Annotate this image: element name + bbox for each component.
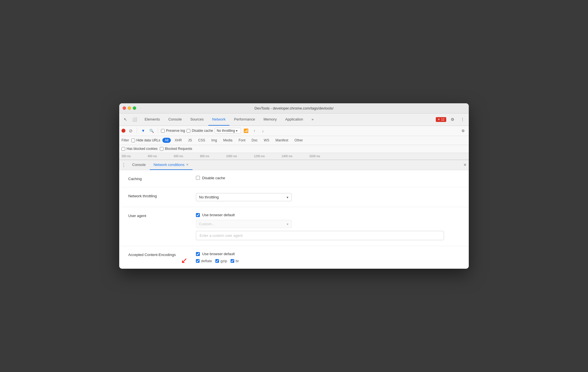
br-label[interactable]: br [231,259,239,263]
upload-icon[interactable]: ↑ [251,127,258,134]
minimize-button[interactable] [128,106,131,110]
disable-cache-label[interactable]: Disable cache [187,129,213,133]
custom-ua-input[interactable] [196,231,444,240]
timeline-marker-4: 800 ms [200,155,209,158]
window-title: DevTools - developer.chrome.com/tags/dev… [255,106,333,110]
use-browser-default-checkbox[interactable] [196,213,200,217]
toolbar-separator-2 [158,128,158,134]
tab-elements[interactable]: Elements [141,113,164,126]
title-bar: DevTools - developer.chrome.com/tags/dev… [119,103,469,113]
filter-tag-other[interactable]: Other [292,138,305,143]
filter-tag-xhr[interactable]: XHR [173,138,184,143]
toolbar-right: ⚙ [460,127,467,134]
disable-cache-text: Disable cache [192,129,213,133]
maximize-button[interactable] [133,106,136,110]
panel-tab-console[interactable]: Console [128,160,150,170]
throttling-select[interactable]: No throttling Fast 3G Slow 3G Offline [215,128,241,134]
disable-cache-checkbox[interactable] [187,129,190,133]
close-button[interactable] [123,106,126,110]
panel-tab-network-conditions[interactable]: Network conditions × [150,160,193,170]
settings-gear-icon[interactable]: ⚙ [460,127,467,134]
custom-ua-dropdown: Custom... [196,220,292,228]
throttling-dropdown[interactable]: No throttling Fast 3G Slow 3G Offline Ad… [196,193,292,201]
filter-tag-ws[interactable]: WS [262,138,271,143]
panel-close-button[interactable]: × [463,162,467,168]
filter-tag-font[interactable]: Font [236,138,247,143]
user-agent-label: User agent [128,213,185,218]
accepted-encodings-control: Use browser default deflate gzip [196,252,460,263]
panel-tab-console-label: Console [132,163,146,167]
panel-drag-handle[interactable]: ⋮ [121,162,126,168]
tab-memory[interactable]: Memory [260,113,281,126]
caching-control: Disable cache [196,176,460,180]
gzip-checkbox[interactable] [215,259,219,263]
tab-sources[interactable]: Sources [186,113,208,126]
use-browser-default-label[interactable]: Use browser default [196,213,460,217]
filter-tag-doc[interactable]: Doc [249,138,260,143]
gzip-label[interactable]: gzip [215,259,227,263]
accepted-encodings-label: Accepted Content-Encodings ↙ [128,252,185,257]
timeline-marker-7: 1400 ms [282,155,292,158]
br-checkbox[interactable] [231,259,234,263]
tab-console[interactable]: Console [164,113,186,126]
deflate-label[interactable]: deflate [196,259,212,263]
network-throttling-row: Network throttling No throttling Fast 3G… [119,187,469,207]
cursor-icon[interactable]: ↖ [121,115,129,123]
device-icon[interactable]: ⬜ [131,115,138,123]
devtools-window: DevTools - developer.chrome.com/tags/dev… [119,103,469,269]
timeline-marker-5: 1000 ms [226,155,237,158]
error-badge[interactable]: ✕ 12 [436,117,446,122]
tab-performance[interactable]: Performance [230,113,259,126]
preserve-log-label[interactable]: Preserve log [161,129,185,133]
devtools-right-controls: ✕ 12 ⚙ ⋮ [436,115,467,123]
gzip-text: gzip [220,259,227,263]
filter-tag-all[interactable]: All [162,138,171,143]
filter-tag-js[interactable]: JS [186,138,194,143]
caching-row: Caching Disable cache [119,170,469,187]
panel-tab-close-icon[interactable]: × [186,162,189,167]
accepted-encodings-row: Accepted Content-Encodings ↙ Use browser… [119,246,469,269]
custom-ua-select-wrapper: Custom... [196,220,292,228]
tab-application[interactable]: Application [281,113,307,126]
blocked-cookies-text: Has blocked cookies [127,147,158,151]
blocked-requests-checkbox[interactable] [160,147,163,151]
network-throttling-control: No throttling Fast 3G Slow 3G Offline Ad… [196,193,460,201]
filter-icon[interactable]: ▼ [140,127,147,134]
traffic-lights [123,106,136,110]
filter-tag-media[interactable]: Media [221,138,235,143]
error-count: 12 [441,118,445,121]
deflate-checkbox[interactable] [196,259,200,263]
search-icon[interactable]: 🔍 [148,127,155,134]
toolbar-separator-1 [137,128,137,134]
blocked-requests-label[interactable]: Blocked Requests [160,147,192,151]
download-icon[interactable]: ↓ [260,127,266,134]
preserve-log-checkbox[interactable] [161,129,165,133]
settings-icon[interactable]: ⚙ [448,115,456,123]
encodings-browser-default-checkbox[interactable] [196,252,200,256]
stop-icon[interactable]: ⊘ [127,127,134,134]
panel-tab-nc-label: Network conditions [154,163,185,167]
filter-tag-manifest[interactable]: Manifest [273,138,290,143]
preserve-log-text: Preserve log [166,129,185,133]
disable-cache-checkbox-label[interactable]: Disable cache [196,176,460,180]
user-agent-row: User agent Use browser default Custom... [119,207,469,246]
filter-tag-img[interactable]: Img [209,138,219,143]
tab-more[interactable]: » [308,113,317,126]
tab-network[interactable]: Network [208,113,230,126]
error-icon: ✕ [437,118,440,121]
network-conditions-content: Caching Disable cache Network throttling… [119,170,469,269]
encodings-list: deflate gzip br [196,259,460,263]
filter-tag-css[interactable]: CSS [196,138,207,143]
hide-data-urls-label[interactable]: Hide data URLs [131,138,160,142]
encodings-browser-default-text: Use browser default [202,252,235,256]
blocked-cookies-label[interactable]: Has blocked cookies [121,147,158,151]
deflate-text: deflate [201,259,212,263]
hide-data-urls-checkbox[interactable] [131,139,135,142]
caching-disable-cache-checkbox[interactable] [196,176,200,180]
encodings-browser-default-label[interactable]: Use browser default [196,252,460,256]
blocked-cookies-checkbox[interactable] [121,147,125,151]
record-button[interactable] [121,129,125,133]
network-toolbar: ⊘ ▼ 🔍 Preserve log Disable cache No thro… [119,126,469,136]
more-options-icon[interactable]: ⋮ [459,115,467,123]
wifi-icon[interactable]: 📶 [243,127,249,134]
